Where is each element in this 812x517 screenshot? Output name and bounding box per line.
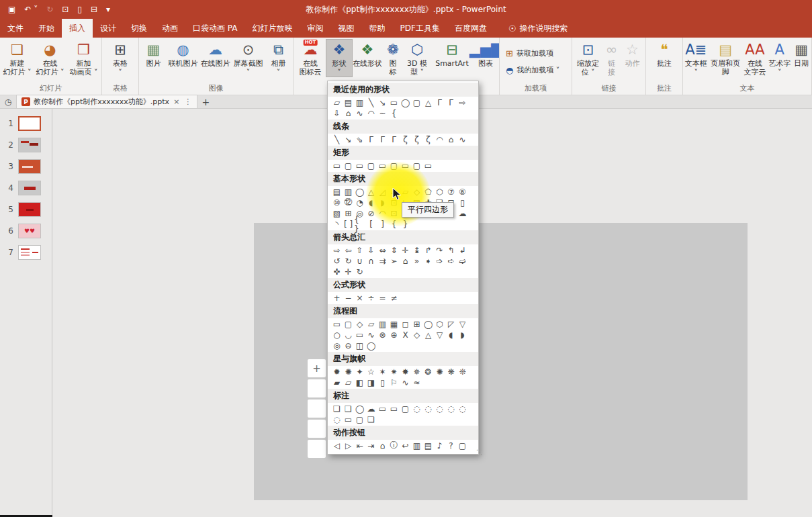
zoom-link-button[interactable]: ⊡缩放定 位 ˅ — [574, 40, 602, 77]
shape-cell[interactable]: ⇧ — [354, 245, 365, 255]
shape-cell[interactable]: ⇘ — [354, 134, 365, 144]
shape-cell[interactable]: ⇨ — [331, 245, 343, 255]
tab-pocket-animation[interactable]: 口袋动画 PA — [185, 19, 245, 38]
shape-cell[interactable]: Γ — [388, 134, 400, 144]
shape-cell[interactable]: ≈ — [411, 377, 422, 387]
shape-cell[interactable]: ◗ — [457, 330, 468, 340]
shape-cell[interactable]: ✸ — [400, 367, 411, 377]
my-addins-button[interactable]: ◓我的加载项 ˅ — [506, 65, 559, 75]
chart-button[interactable]: ▂▅▇图表 — [473, 40, 498, 68]
shape-cell[interactable]: ▱ — [400, 187, 411, 197]
shape-cell[interactable]: ≠ — [388, 293, 400, 303]
online-pictures-button[interactable]: ◍联机图片 — [167, 40, 199, 68]
shape-cell[interactable]: { } — [354, 219, 365, 229]
shape-cell[interactable]: ▤ — [343, 97, 354, 107]
shape-cell[interactable]: ◔ — [354, 197, 365, 207]
shape-cell[interactable]: ✺ — [343, 367, 354, 377]
shape-cell[interactable]: ◇ — [411, 187, 422, 197]
shape-cell[interactable]: ▥ — [411, 440, 422, 451]
tab-insert[interactable]: 插入 — [62, 19, 93, 38]
shape-cell[interactable]: ▭ — [343, 414, 354, 424]
undo-icon[interactable]: ↶ ˅ — [24, 5, 38, 14]
shape-cell[interactable]: ⌂ — [377, 440, 388, 451]
online-shapes-button[interactable]: ❖在线形状 — [352, 40, 383, 68]
new-tab-button[interactable]: + — [197, 97, 214, 108]
shape-cell[interactable]: ◇ — [411, 330, 422, 340]
slide-white-box[interactable] — [308, 379, 326, 397]
shape-cell[interactable]: ▢ — [343, 160, 354, 171]
tab-review[interactable]: 审阅 — [300, 19, 331, 38]
shape-cell[interactable]: ⑦ — [445, 187, 457, 197]
shape-cell[interactable]: ∿ — [400, 377, 411, 387]
shape-cell[interactable]: ▷ — [343, 440, 354, 451]
shape-cell[interactable]: ❏ — [365, 414, 377, 424]
shape-cell[interactable]: ➩ — [434, 256, 445, 266]
shape-cell[interactable]: ◌ — [331, 414, 343, 424]
shape-cell[interactable]: ❑ — [343, 404, 354, 414]
tab-transitions[interactable]: 切换 — [124, 19, 154, 38]
shape-cell[interactable]: ▽ — [434, 330, 445, 340]
tab-menu-icon[interactable]: ⋮ — [183, 97, 192, 106]
shape-cell[interactable]: △ — [422, 97, 434, 107]
shape-cell[interactable]: − — [343, 293, 354, 303]
slide-thumbnail-2[interactable] — [18, 138, 41, 152]
shape-cell[interactable]: ÷ — [365, 293, 377, 303]
shape-cell[interactable]: ➪ — [445, 256, 457, 266]
header-footer-button[interactable]: ▤页眉和页脚 — [709, 40, 742, 77]
shape-cell[interactable]: ◯ — [400, 97, 411, 107]
shape-cell[interactable]: ◝ — [331, 219, 343, 229]
shape-cell[interactable]: ◿ — [377, 187, 388, 197]
slide-white-box[interactable] — [308, 399, 326, 418]
shape-cell[interactable]: ▱ — [331, 97, 343, 107]
shape-cell[interactable]: ◗ — [377, 197, 388, 207]
web-pictures-button[interactable]: ☁在线图片 — [199, 40, 232, 68]
shape-cell[interactable]: Γ — [377, 134, 388, 144]
screenshot-button[interactable]: ⊙屏幕截图 ˅ — [232, 40, 265, 77]
shape-cell[interactable]: ◌ — [457, 404, 468, 414]
shape-cell[interactable]: ↘ — [377, 97, 388, 107]
shape-cell[interactable]: ↺ — [331, 256, 343, 266]
shape-cell[interactable]: ⇥ — [365, 440, 377, 451]
shape-cell[interactable]: ♪ — [434, 440, 445, 451]
picture-button[interactable]: ▦图片 — [140, 40, 167, 68]
online-wordcloud-button[interactable]: AA在线 文字云 — [742, 40, 768, 77]
shape-cell[interactable]: Γ — [445, 97, 457, 107]
shape-cell[interactable]: ∿ — [354, 108, 365, 118]
shape-cell[interactable]: ◨ — [365, 377, 377, 387]
3d-models-button[interactable]: ⬡3D 模 型 ˅ — [403, 40, 431, 77]
slide-thumbnail-5[interactable] — [18, 202, 41, 217]
new-slide-button[interactable]: ❏新建 幻灯片 ˅ — [1, 40, 34, 77]
shape-cell[interactable]: ▤ — [422, 440, 434, 451]
icons-button[interactable]: ❁图 标 — [383, 40, 403, 77]
shape-cell[interactable]: ⇉ — [377, 256, 388, 266]
save-icon[interactable]: ▣ — [8, 5, 15, 14]
shape-cell[interactable]: ✵ — [411, 367, 422, 377]
shape-cell[interactable]: ⊗ — [377, 330, 388, 340]
shape-cell[interactable]: ➫ — [457, 256, 468, 266]
shape-cell[interactable]: △ — [422, 330, 434, 340]
shape-cell[interactable]: ⌂ — [400, 256, 411, 266]
shape-cell[interactable]: ▱ — [365, 319, 377, 329]
shape-cell[interactable]: ❂ — [422, 367, 434, 377]
shape-cell[interactable]: ▭ — [422, 160, 434, 171]
history-icon[interactable]: ◷ — [0, 97, 16, 108]
shape-cell[interactable]: ↻ — [343, 256, 354, 266]
shape-cell[interactable]: ⊞ — [343, 208, 354, 218]
shape-cell[interactable]: ▥ — [377, 319, 388, 329]
start-slideshow-icon[interactable]: ⊡ — [62, 5, 69, 14]
shape-cell[interactable]: ▢ — [354, 414, 365, 424]
shape-cell[interactable]: ∩ — [365, 256, 377, 266]
panel-resize-handle[interactable]: ⋱ — [476, 449, 483, 456]
table-button[interactable]: ⊞表格 ˅ — [103, 40, 137, 77]
shape-cell[interactable]: + — [331, 293, 343, 303]
shape-cell[interactable]: [ — [365, 219, 377, 229]
shape-cell[interactable]: ☁ — [457, 208, 468, 218]
shape-cell[interactable]: △ — [365, 187, 377, 197]
close-tab-icon[interactable]: × — [173, 97, 180, 106]
shape-cell[interactable]: ○ — [331, 330, 343, 340]
shape-cell[interactable]: ∿ — [457, 134, 468, 144]
shape-cell[interactable]: [ ] — [343, 219, 354, 229]
shape-cell[interactable]: ▰ — [331, 377, 343, 387]
shape-cell[interactable]: ▭ — [377, 404, 388, 414]
shapes-button[interactable]: ❖形状 ˅ — [326, 40, 352, 77]
